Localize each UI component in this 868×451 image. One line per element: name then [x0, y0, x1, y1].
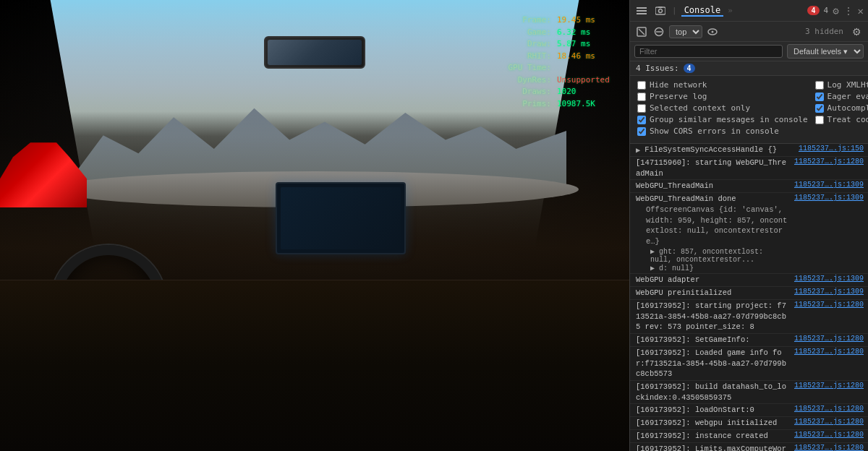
- show-cors-label: Show CORS errors in console: [650, 126, 779, 136]
- filter-input[interactable]: [634, 45, 783, 58]
- settings-panel: Hide network Preserve log Selected conte…: [630, 76, 868, 144]
- log-entry: [169173952]: SetGameInfo:1185237….js:128…: [630, 334, 868, 347]
- preserve-log-label: Preserve log: [650, 92, 707, 101]
- selected-context-setting[interactable]: Selected context only: [637, 103, 808, 113]
- log-entry: WebGPU preinitialized1185237….js:1309: [630, 287, 868, 300]
- stats-overlay: Frame: 19.45 ms Game: 6.32 ms Draw: 5.87…: [508, 14, 615, 110]
- autocomplete-checkbox[interactable]: [815, 104, 824, 113]
- log-source-link[interactable]: 1185237….js:150: [799, 145, 864, 153]
- gpu-value: [557, 62, 615, 74]
- log-source-link[interactable]: 1185237….js:1309: [794, 181, 864, 189]
- log-text: [147115960]: starting WebGPU_ThreadMain: [636, 158, 786, 178]
- log-text: WebGPU preinitialized: [636, 288, 731, 297]
- show-cors-checkbox[interactable]: [637, 127, 646, 136]
- filter-bar: Default levels ▾: [630, 42, 868, 61]
- context-select[interactable]: top: [669, 25, 702, 38]
- log-arrow[interactable]: ▶: [636, 145, 640, 155]
- selected-context-label: Selected context only: [650, 103, 750, 113]
- car-panel: Frame: 19.45 ms Game: 6.32 ms Draw: 5.87…: [0, 0, 629, 451]
- log-text: [169173952]: Loaded game info for:f71352…: [636, 348, 786, 378]
- log-xmlhttp-checkbox[interactable]: [815, 81, 824, 90]
- log-source-link[interactable]: 1185237….js:1309: [794, 275, 864, 283]
- log-entry: [169173952]: instance created1185237….js…: [630, 430, 868, 443]
- log-source-link[interactable]: 1185237….js:1280: [794, 158, 864, 166]
- log-source-link[interactable]: 1185237….js:1280: [794, 405, 864, 413]
- log-entry: [147115960]: starting WebGPU_ThreadMain1…: [630, 157, 868, 180]
- dynres-label: DynRes:: [518, 74, 551, 87]
- console-log-area[interactable]: ▶FileSystemSyncAccessHandle {}1185237….j…: [630, 144, 868, 451]
- log-entry: [169173952]: loadOnStart:01185237….js:12…: [630, 404, 868, 417]
- log-text: [169173952]: Limits.maxComputeWorkgroupS…: [636, 444, 786, 451]
- autocomplete-label: Autocomplete from history: [827, 103, 868, 113]
- log-source-link[interactable]: 1185237….js:1280: [794, 335, 864, 343]
- group-similar-checkbox[interactable]: [637, 116, 646, 124]
- treat-code-setting[interactable]: Treat code evaluation as user action: [815, 115, 868, 124]
- log-text: [169173952]: loadOnStart:0: [636, 405, 754, 414]
- settings-gear-icon[interactable]: ⚙: [849, 25, 864, 39]
- eager-eval-checkbox[interactable]: [815, 93, 824, 101]
- frame-value: 19.45 ms: [557, 14, 615, 27]
- eye-icon[interactable]: [705, 25, 720, 39]
- preserve-log-checkbox[interactable]: [637, 93, 646, 101]
- svg-line-7: [639, 29, 644, 35]
- autocomplete-setting[interactable]: Autocomplete from history: [815, 103, 868, 113]
- block-icon[interactable]: [634, 25, 649, 39]
- log-source-link[interactable]: 1185237….js:1280: [794, 418, 864, 426]
- log-text: [169173952]: build datahash_to_lockindex…: [636, 382, 786, 402]
- log-entry: WebGPU_ThreadMain1185237….js:1309: [630, 180, 868, 193]
- log-source-link[interactable]: 1185237….js:1280: [794, 348, 864, 356]
- svg-point-4: [659, 9, 663, 12]
- dashboard: [0, 280, 629, 451]
- svg-rect-0: [637, 7, 647, 9]
- rhit-value: 18.46 ms: [557, 51, 615, 63]
- devtools-menu-icon[interactable]: [634, 4, 649, 18]
- preserve-log-setting[interactable]: Preserve log: [637, 92, 808, 101]
- clear-console-icon[interactable]: [652, 25, 666, 39]
- level-select[interactable]: Default levels ▾: [787, 44, 864, 59]
- log-text: [169173952]: webgpu initialized: [636, 418, 777, 427]
- log-source-link[interactable]: 1185237….js:1309: [794, 288, 864, 296]
- log-source-link[interactable]: 1185237….js:1280: [794, 444, 864, 451]
- log-entry: WebGPU_ThreadMain doneOffscreenCanvas {i…: [630, 193, 868, 273]
- draw-label: Draw:: [527, 38, 551, 51]
- prims-value: 10987.5K: [557, 98, 615, 111]
- svg-rect-3: [655, 7, 665, 14]
- draws-label: Draws:: [522, 86, 551, 98]
- log-entry: [169173952]: webgpu initialized1185237….…: [630, 417, 868, 430]
- eager-eval-setting[interactable]: Eager evaluation: [815, 92, 868, 101]
- eager-eval-label: Eager evaluation: [827, 92, 868, 101]
- log-source-link[interactable]: 1185237….js:1280: [794, 301, 864, 309]
- log-source-link[interactable]: 1185237….js:1309: [794, 194, 864, 202]
- svg-point-11: [712, 30, 714, 33]
- log-text: FileSystemSyncAccessHandle {}: [644, 145, 777, 154]
- show-cors-setting[interactable]: Show CORS errors in console: [637, 126, 808, 136]
- hide-network-label: Hide network: [650, 80, 707, 90]
- game-label: Game:: [527, 27, 551, 39]
- log-xmlhttp-label: Log XMLHttpRequests: [827, 80, 868, 90]
- console-tab[interactable]: Console: [681, 5, 724, 17]
- infotainment-screen: [276, 182, 406, 254]
- selected-context-checkbox[interactable]: [637, 104, 646, 113]
- screenshot-icon[interactable]: [653, 4, 668, 18]
- log-xmlhttp-setting[interactable]: Log XMLHttpRequests: [815, 80, 868, 90]
- rhit-label: RHIT:: [527, 51, 551, 63]
- log-obj-prop: ▶ d: null}: [636, 264, 788, 272]
- hide-network-checkbox[interactable]: [637, 81, 646, 90]
- log-text: [169173952]: SetGameInfo:: [636, 335, 750, 344]
- log-source-link[interactable]: 1185237….js:1280: [794, 431, 864, 439]
- hide-network-setting[interactable]: Hide network: [637, 80, 808, 90]
- log-text: WebGPU adapter: [636, 275, 699, 284]
- log-text: [169173952]: instance created: [636, 431, 768, 440]
- game-value: 6.32 ms: [557, 27, 615, 39]
- group-similar-setting[interactable]: Group similar messages in console: [637, 115, 808, 124]
- treat-code-checkbox[interactable]: [815, 116, 824, 124]
- issues-bar: 4 Issues: 4: [630, 61, 868, 76]
- log-entry: ▶FileSystemSyncAccessHandle {}1185237….j…: [630, 144, 868, 157]
- log-entry: [169173952]: Limits.maxComputeWorkgroupS…: [630, 443, 868, 451]
- log-source-link[interactable]: 1185237….js:1280: [794, 382, 864, 390]
- log-text: WebGPU_ThreadMain: [636, 181, 713, 190]
- log-entry: WebGPU adapter1185237….js:1309: [630, 274, 868, 287]
- group-similar-label: Group similar messages in console: [650, 115, 808, 124]
- devtools-toolbar-2: top 3 hidden ⚙: [630, 22, 868, 42]
- draw-value: 5.87 ms: [557, 38, 615, 51]
